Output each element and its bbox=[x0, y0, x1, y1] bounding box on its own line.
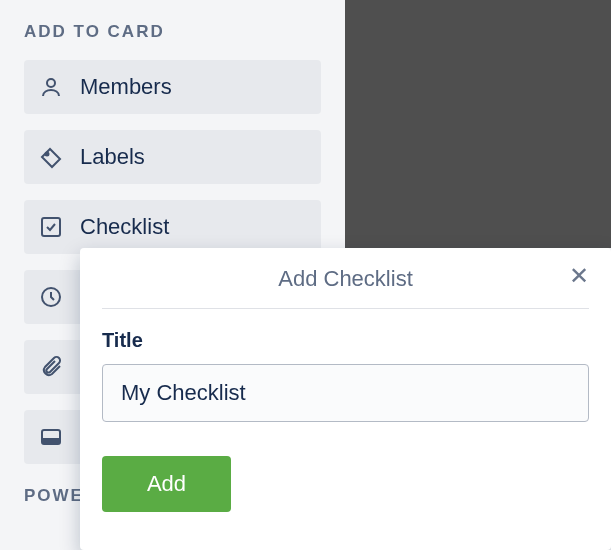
attachment-icon bbox=[38, 354, 64, 380]
members-icon bbox=[38, 74, 64, 100]
popover-header: Add Checklist ✕ bbox=[102, 266, 589, 309]
checklist-title-input[interactable] bbox=[102, 364, 589, 422]
clock-icon bbox=[38, 284, 64, 310]
title-field-label: Title bbox=[102, 329, 589, 352]
sidebar-item-members[interactable]: Members bbox=[24, 60, 321, 114]
sidebar-item-label: Labels bbox=[80, 144, 145, 170]
close-icon[interactable]: ✕ bbox=[569, 264, 589, 288]
dimmed-backdrop: to your board nd bbox=[345, 0, 611, 248]
cover-icon bbox=[38, 424, 64, 450]
add-button[interactable]: Add bbox=[102, 456, 231, 512]
sidebar-item-label: Members bbox=[80, 74, 172, 100]
checklist-icon bbox=[38, 214, 64, 240]
sidebar-heading: ADD TO CARD bbox=[24, 22, 321, 42]
sidebar-item-labels[interactable]: Labels bbox=[24, 130, 321, 184]
svg-point-1 bbox=[46, 153, 49, 156]
svg-rect-2 bbox=[42, 218, 60, 236]
popover-title: Add Checklist bbox=[278, 266, 413, 291]
sidebar-item-label: Checklist bbox=[80, 214, 169, 240]
svg-rect-5 bbox=[42, 438, 60, 444]
sidebar-item-checklist[interactable]: Checklist bbox=[24, 200, 321, 254]
svg-point-0 bbox=[47, 79, 55, 87]
labels-icon bbox=[38, 144, 64, 170]
add-checklist-popover: Add Checklist ✕ Title Add bbox=[80, 248, 611, 550]
